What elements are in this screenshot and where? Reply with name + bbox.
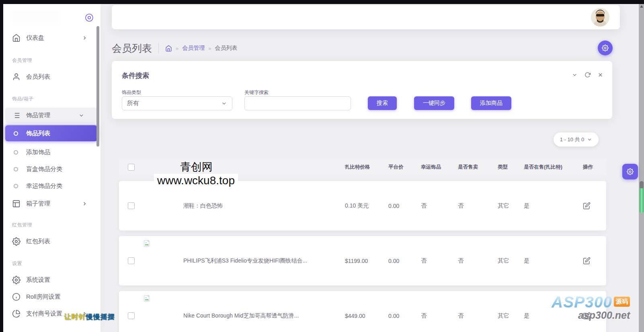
item-type-select[interactable]: 所有 bbox=[122, 96, 232, 110]
sidebar-item-box-mgmt[interactable]: 箱子管理 bbox=[3, 196, 100, 211]
sidebar-item-label: 幸运饰品分类 bbox=[26, 182, 62, 190]
scrollbar-up-arrow[interactable] bbox=[640, 5, 643, 8]
type-field-label: 饰品类型 bbox=[122, 89, 141, 96]
page-settings-button[interactable] bbox=[598, 41, 613, 55]
page-header: 会员列表 » 会员管理 » 会员列表 bbox=[112, 40, 237, 56]
sidebar-section-items: 饰品/箱子 bbox=[12, 96, 34, 102]
page-scrollbar[interactable] bbox=[639, 4, 644, 332]
row-checkbox[interactable] bbox=[128, 257, 135, 264]
row-checkbox[interactable] bbox=[128, 312, 135, 319]
sidebar-item-label: 箱子管理 bbox=[26, 200, 50, 208]
edit-icon[interactable] bbox=[583, 202, 591, 210]
sidebar-item-label: 会员列表 bbox=[26, 73, 50, 81]
header-action: 操作 bbox=[578, 164, 606, 171]
chevron-down-icon bbox=[587, 137, 592, 142]
chevron-right-icon bbox=[82, 201, 88, 207]
cell-onsale: 是 bbox=[522, 202, 578, 210]
watermark-sidebar: 让时针慢慢摇摆 bbox=[64, 312, 115, 322]
scrollbar-thumb[interactable] bbox=[640, 181, 644, 213]
close-icon[interactable] bbox=[597, 72, 603, 78]
sidebar-item-label: 饰品管理 bbox=[26, 112, 50, 119]
header-sell: 是否售卖 bbox=[453, 164, 492, 171]
search-button[interactable]: 搜索 bbox=[368, 96, 397, 110]
cell-type: 其它 bbox=[492, 257, 522, 265]
sidebar-item-member-list[interactable]: 会员列表 bbox=[3, 69, 100, 84]
cell-type: 其它 bbox=[492, 202, 522, 210]
cell-platform: 0.00 bbox=[381, 313, 415, 319]
page-title: 会员列表 bbox=[112, 42, 152, 55]
watermark-brand: ASP300 bbox=[552, 293, 612, 311]
sidebar-item-label: 仪表盘 bbox=[26, 34, 44, 42]
cell-price: 0.10 美元 bbox=[339, 202, 381, 210]
sidebar-item-item-list-active[interactable]: 饰品列表 bbox=[5, 125, 97, 141]
cell-price: $1199.00 bbox=[339, 258, 381, 264]
gear-icon bbox=[12, 276, 21, 284]
box-grid-icon bbox=[12, 200, 21, 208]
bullet-circle-icon bbox=[14, 150, 18, 155]
table-row: 潮鞋：白色恐怖 0.10 美元 0.00 否 否 其它 是 bbox=[119, 181, 606, 230]
pagination-selector[interactable]: 1 - 10 共 0 bbox=[554, 132, 599, 147]
bullet-circle-icon bbox=[14, 184, 18, 188]
header-price: 扎比特价格 bbox=[339, 164, 381, 171]
sidebar-item-item-mgmt[interactable]: 饰品管理 bbox=[5, 108, 97, 123]
watermark-asp300: ASP300源码 asp300.net bbox=[552, 293, 630, 321]
breadcrumb-link-member[interactable]: 会员管理 bbox=[182, 45, 205, 52]
window-left-edge bbox=[0, 0, 3, 332]
user-avatar[interactable] bbox=[591, 8, 609, 26]
product-image-cell bbox=[143, 291, 183, 332]
product-name: PHILIPS飞利浦S3 Fidelio专业发烧HIFI圈铁结合... bbox=[183, 257, 339, 265]
search-card-title: 条件搜索 bbox=[122, 71, 149, 80]
collapse-icon[interactable] bbox=[572, 72, 578, 78]
cell-price: $449.00 bbox=[339, 313, 381, 319]
breadcrumb-current: 会员列表 bbox=[215, 45, 237, 52]
sidebar-item-dashboard[interactable]: 仪表盘 bbox=[3, 30, 100, 45]
sidebar: 仪表盘 会员管理 会员列表 饰品/箱子 饰品管理 饰品列表 添加饰品 盲盒饰品分… bbox=[3, 4, 100, 332]
select-all-checkbox[interactable] bbox=[128, 164, 135, 171]
sidebar-item-lucky-category[interactable]: 幸运饰品分类 bbox=[3, 178, 100, 193]
cell-platform: 0.00 bbox=[381, 258, 415, 264]
sync-button[interactable]: 一键同步 bbox=[414, 96, 454, 110]
sidebar-pin-icon[interactable] bbox=[84, 13, 94, 22]
cell-lucky: 否 bbox=[415, 257, 453, 265]
sidebar-item-roll-room-settings[interactable]: Roll房间设置 bbox=[3, 289, 100, 304]
sidebar-item-add-item[interactable]: 添加饰品 bbox=[3, 145, 100, 160]
sidebar-item-label: 饰品列表 bbox=[26, 130, 50, 137]
top-navbar bbox=[112, 5, 620, 29]
chevron-right-icon bbox=[82, 35, 88, 41]
table-row: PHILIPS飞利浦S3 Fidelio专业发烧HIFI圈铁结合... $119… bbox=[119, 236, 606, 285]
sidebar-item-label: 支付商号设置 bbox=[26, 310, 62, 318]
sidebar-item-redpacket-list[interactable]: 红包列表 bbox=[3, 234, 100, 249]
sidebar-scrollbar-thumb[interactable] bbox=[96, 26, 99, 147]
home-icon[interactable] bbox=[165, 45, 172, 52]
refresh-icon[interactable] bbox=[585, 72, 591, 78]
theme-settings-tab[interactable] bbox=[622, 164, 638, 179]
bullet-circle-icon bbox=[14, 167, 18, 171]
product-name: Nike Court Borough Mid芝加哥高帮透气防滑... bbox=[183, 312, 339, 320]
keyword-input[interactable] bbox=[244, 96, 351, 110]
sidebar-item-system-settings[interactable]: 系统设置 bbox=[3, 272, 100, 287]
card-actions bbox=[572, 72, 603, 78]
sidebar-item-blindbox-category[interactable]: 盲盒饰品分类 bbox=[3, 161, 100, 177]
bullet-circle-icon bbox=[14, 131, 18, 136]
search-card: 条件搜索 饰品类型 所有 关键字搜索 搜索 一键同步 添加商品 bbox=[112, 61, 612, 119]
product-image-cell bbox=[143, 181, 183, 230]
sidebar-section-member: 会员管理 bbox=[12, 57, 32, 64]
broken-image-icon bbox=[143, 239, 151, 248]
sidebar-section-redpacket: 红包管理 bbox=[12, 222, 32, 228]
breadcrumb: » 会员管理 » 会员列表 bbox=[165, 45, 237, 52]
product-name: 潮鞋：白色恐怖 bbox=[183, 202, 339, 210]
sidebar-item-label: 盲盒饰品分类 bbox=[26, 165, 62, 173]
sidebar-item-label: 添加饰品 bbox=[26, 149, 50, 156]
app-logo bbox=[12, 11, 60, 23]
edit-icon[interactable] bbox=[583, 257, 591, 265]
add-product-button[interactable]: 添加商品 bbox=[471, 96, 511, 110]
app-window: 仪表盘 会员管理 会员列表 饰品/箱子 饰品管理 饰品列表 添加饰品 盲盒饰品分… bbox=[0, 0, 644, 332]
list-icon bbox=[12, 111, 21, 120]
watermark-site-url: www.wcku8.top bbox=[154, 174, 238, 188]
header-type: 类型 bbox=[492, 164, 522, 171]
home-icon bbox=[12, 34, 21, 42]
breadcrumb-separator: » bbox=[208, 45, 211, 51]
row-checkbox[interactable] bbox=[128, 202, 135, 209]
pie-chart-icon bbox=[12, 310, 21, 318]
product-image-cell bbox=[143, 236, 183, 285]
